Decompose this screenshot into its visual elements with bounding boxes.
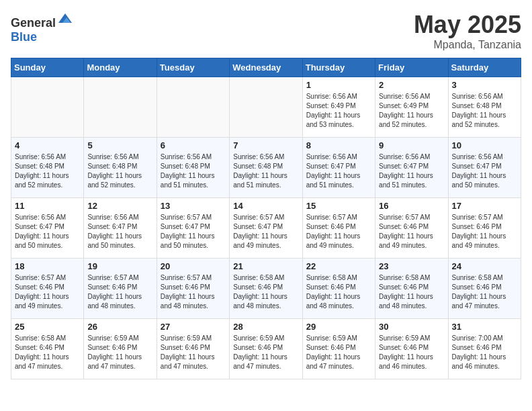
day-info: Sunrise: 6:56 AMSunset: 6:48 PMDaylight:… bbox=[161, 152, 226, 190]
header-saturday: Saturday bbox=[448, 58, 521, 77]
day-info: Sunrise: 6:57 AMSunset: 6:47 PMDaylight:… bbox=[233, 213, 298, 250]
day-cell: 20Sunrise: 6:57 AMSunset: 6:46 PMDayligh… bbox=[157, 259, 229, 319]
day-number: 31 bbox=[452, 322, 517, 332]
day-info: Sunrise: 6:56 AMSunset: 6:48 PMDaylight:… bbox=[15, 152, 80, 190]
day-number: 25 bbox=[15, 322, 80, 332]
day-info: Sunrise: 7:00 AMSunset: 6:46 PMDaylight:… bbox=[452, 334, 517, 371]
day-number: 24 bbox=[452, 261, 517, 271]
day-cell bbox=[157, 77, 229, 138]
day-number: 15 bbox=[306, 201, 371, 211]
day-headers-row: Sunday Monday Tuesday Wednesday Thursday… bbox=[11, 58, 521, 77]
calendar-table: Sunday Monday Tuesday Wednesday Thursday… bbox=[11, 58, 521, 379]
header-wednesday: Wednesday bbox=[230, 58, 302, 77]
day-info: Sunrise: 6:56 AMSunset: 6:49 PMDaylight:… bbox=[379, 92, 444, 130]
day-cell: 12Sunrise: 6:56 AMSunset: 6:47 PMDayligh… bbox=[84, 198, 157, 259]
day-cell: 15Sunrise: 6:57 AMSunset: 6:46 PMDayligh… bbox=[302, 198, 375, 259]
day-cell bbox=[11, 77, 84, 138]
day-number: 27 bbox=[161, 322, 226, 332]
day-cell: 7Sunrise: 6:56 AMSunset: 6:48 PMDaylight… bbox=[230, 138, 302, 198]
week-row-3: 11Sunrise: 6:56 AMSunset: 6:47 PMDayligh… bbox=[11, 198, 521, 259]
day-cell: 25Sunrise: 6:58 AMSunset: 6:46 PMDayligh… bbox=[11, 319, 84, 379]
day-number: 26 bbox=[87, 322, 152, 332]
logo-text: General Blue bbox=[11, 11, 73, 44]
week-row-1: 1Sunrise: 6:56 AMSunset: 6:49 PMDaylight… bbox=[11, 77, 521, 138]
day-cell: 27Sunrise: 6:59 AMSunset: 6:46 PMDayligh… bbox=[157, 319, 229, 379]
day-number: 6 bbox=[161, 140, 226, 150]
day-info: Sunrise: 6:59 AMSunset: 6:46 PMDaylight:… bbox=[87, 334, 152, 371]
logo-icon bbox=[57, 11, 73, 27]
logo-general: General bbox=[11, 16, 56, 30]
day-info: Sunrise: 6:59 AMSunset: 6:46 PMDaylight:… bbox=[233, 334, 298, 371]
day-info: Sunrise: 6:57 AMSunset: 6:46 PMDaylight:… bbox=[15, 273, 80, 311]
day-number: 3 bbox=[452, 80, 517, 90]
day-number: 7 bbox=[233, 140, 298, 150]
day-info: Sunrise: 6:57 AMSunset: 6:46 PMDaylight:… bbox=[161, 273, 226, 311]
day-info: Sunrise: 6:56 AMSunset: 6:48 PMDaylight:… bbox=[87, 152, 152, 190]
header-friday: Friday bbox=[375, 58, 448, 77]
day-info: Sunrise: 6:58 AMSunset: 6:46 PMDaylight:… bbox=[379, 273, 444, 311]
day-number: 5 bbox=[87, 140, 152, 150]
day-info: Sunrise: 6:56 AMSunset: 6:47 PMDaylight:… bbox=[452, 152, 517, 190]
day-info: Sunrise: 6:56 AMSunset: 6:47 PMDaylight:… bbox=[306, 152, 371, 190]
day-cell: 8Sunrise: 6:56 AMSunset: 6:47 PMDaylight… bbox=[302, 138, 375, 198]
day-info: Sunrise: 6:56 AMSunset: 6:49 PMDaylight:… bbox=[306, 92, 371, 130]
day-cell: 5Sunrise: 6:56 AMSunset: 6:48 PMDaylight… bbox=[84, 138, 157, 198]
day-info: Sunrise: 6:59 AMSunset: 6:46 PMDaylight:… bbox=[161, 334, 226, 371]
day-number: 4 bbox=[15, 140, 80, 150]
day-number: 14 bbox=[233, 201, 298, 211]
day-info: Sunrise: 6:57 AMSunset: 6:47 PMDaylight:… bbox=[161, 213, 226, 250]
day-cell: 18Sunrise: 6:57 AMSunset: 6:46 PMDayligh… bbox=[11, 259, 84, 319]
day-cell: 11Sunrise: 6:56 AMSunset: 6:47 PMDayligh… bbox=[11, 198, 84, 259]
day-cell: 16Sunrise: 6:57 AMSunset: 6:46 PMDayligh… bbox=[375, 198, 448, 259]
day-number: 9 bbox=[379, 140, 444, 150]
day-cell bbox=[230, 77, 302, 138]
day-cell: 3Sunrise: 6:56 AMSunset: 6:48 PMDaylight… bbox=[448, 77, 521, 138]
day-cell: 29Sunrise: 6:59 AMSunset: 6:46 PMDayligh… bbox=[302, 319, 375, 379]
day-cell: 24Sunrise: 6:58 AMSunset: 6:46 PMDayligh… bbox=[448, 259, 521, 319]
day-info: Sunrise: 6:57 AMSunset: 6:46 PMDaylight:… bbox=[306, 213, 371, 250]
day-cell: 1Sunrise: 6:56 AMSunset: 6:49 PMDaylight… bbox=[302, 77, 375, 138]
day-number: 1 bbox=[306, 80, 371, 90]
day-cell: 19Sunrise: 6:57 AMSunset: 6:46 PMDayligh… bbox=[84, 259, 157, 319]
day-number: 2 bbox=[379, 80, 444, 90]
day-info: Sunrise: 6:56 AMSunset: 6:47 PMDaylight:… bbox=[379, 152, 444, 190]
day-info: Sunrise: 6:57 AMSunset: 6:46 PMDaylight:… bbox=[87, 273, 152, 311]
header-monday: Monday bbox=[84, 58, 157, 77]
day-number: 11 bbox=[15, 201, 80, 211]
day-info: Sunrise: 6:59 AMSunset: 6:46 PMDaylight:… bbox=[306, 334, 371, 371]
day-info: Sunrise: 6:58 AMSunset: 6:46 PMDaylight:… bbox=[452, 273, 517, 311]
day-cell: 14Sunrise: 6:57 AMSunset: 6:47 PMDayligh… bbox=[230, 198, 302, 259]
day-number: 13 bbox=[161, 201, 226, 211]
day-number: 8 bbox=[306, 140, 371, 150]
day-cell: 10Sunrise: 6:56 AMSunset: 6:47 PMDayligh… bbox=[448, 138, 521, 198]
day-cell: 6Sunrise: 6:56 AMSunset: 6:48 PMDaylight… bbox=[157, 138, 229, 198]
week-row-5: 25Sunrise: 6:58 AMSunset: 6:46 PMDayligh… bbox=[11, 319, 521, 379]
day-number: 10 bbox=[452, 140, 517, 150]
day-number: 28 bbox=[233, 322, 298, 332]
day-cell: 13Sunrise: 6:57 AMSunset: 6:47 PMDayligh… bbox=[157, 198, 229, 259]
day-number: 19 bbox=[87, 261, 152, 271]
day-number: 30 bbox=[379, 322, 444, 332]
page-header: General Blue May 2025 Mpanda, Tanzania bbox=[11, 11, 521, 51]
day-number: 18 bbox=[15, 261, 80, 271]
day-number: 20 bbox=[161, 261, 226, 271]
day-info: Sunrise: 6:56 AMSunset: 6:47 PMDaylight:… bbox=[87, 213, 152, 250]
day-cell: 22Sunrise: 6:58 AMSunset: 6:46 PMDayligh… bbox=[302, 259, 375, 319]
day-cell: 26Sunrise: 6:59 AMSunset: 6:46 PMDayligh… bbox=[84, 319, 157, 379]
day-info: Sunrise: 6:59 AMSunset: 6:46 PMDaylight:… bbox=[379, 334, 444, 371]
day-cell: 28Sunrise: 6:59 AMSunset: 6:46 PMDayligh… bbox=[230, 319, 302, 379]
day-number: 21 bbox=[233, 261, 298, 271]
logo-blue: Blue bbox=[11, 30, 37, 44]
header-thursday: Thursday bbox=[302, 58, 375, 77]
day-info: Sunrise: 6:56 AMSunset: 6:48 PMDaylight:… bbox=[452, 92, 517, 130]
header-sunday: Sunday bbox=[11, 58, 84, 77]
day-number: 16 bbox=[379, 201, 444, 211]
day-info: Sunrise: 6:57 AMSunset: 6:46 PMDaylight:… bbox=[379, 213, 444, 250]
week-row-4: 18Sunrise: 6:57 AMSunset: 6:46 PMDayligh… bbox=[11, 259, 521, 319]
header-tuesday: Tuesday bbox=[157, 58, 229, 77]
day-info: Sunrise: 6:56 AMSunset: 6:48 PMDaylight:… bbox=[233, 152, 298, 190]
day-cell: 31Sunrise: 7:00 AMSunset: 6:46 PMDayligh… bbox=[448, 319, 521, 379]
day-cell: 23Sunrise: 6:58 AMSunset: 6:46 PMDayligh… bbox=[375, 259, 448, 319]
day-cell: 2Sunrise: 6:56 AMSunset: 6:49 PMDaylight… bbox=[375, 77, 448, 138]
day-number: 17 bbox=[452, 201, 517, 211]
